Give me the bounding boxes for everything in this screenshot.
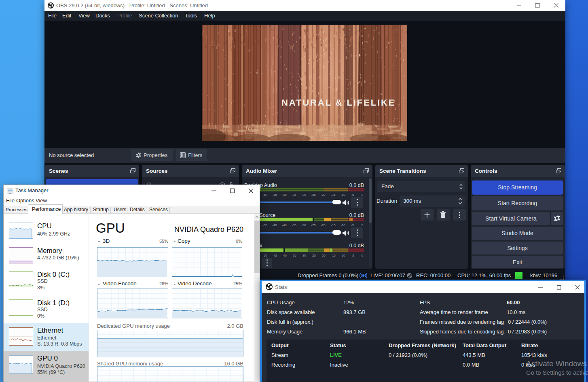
svg-text:NATURAL & LIFELIKE: NATURAL & LIFELIKE: [281, 98, 396, 108]
